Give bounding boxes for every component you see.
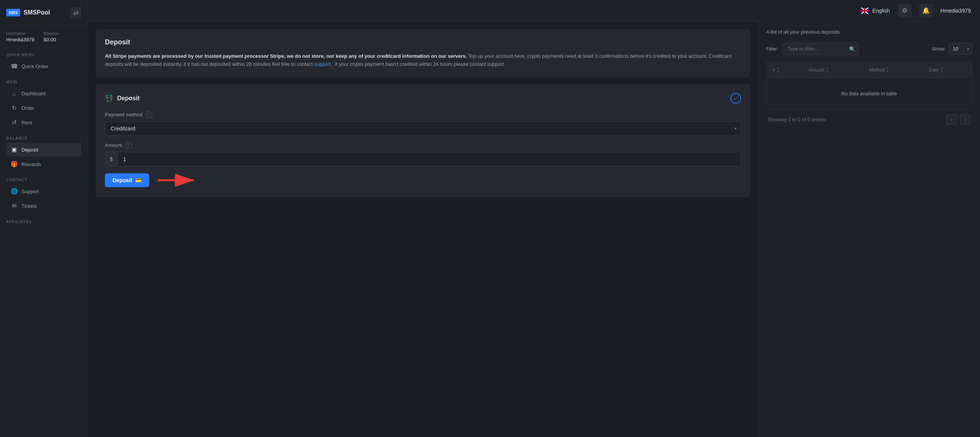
balance-field: Balance $0.00	[44, 31, 59, 42]
deposit-button[interactable]: Deposit 💳	[105, 173, 149, 187]
support-link[interactable]: support	[314, 61, 331, 67]
globe-icon: 🌐	[11, 188, 18, 195]
money-icon: 💱	[105, 94, 113, 103]
table-footer: Showing 0 to 0 of 0 entries ‹ ›	[766, 114, 972, 125]
amount-input[interactable]	[118, 152, 741, 166]
deposit-form-title: 💱 Deposit	[105, 94, 140, 103]
no-data-cell: No data available in table	[766, 78, 972, 109]
gear-icon: ⚙	[902, 7, 907, 14]
order-icon: ↻	[11, 104, 18, 111]
deposit-info-card: Deposit All Stripe payments are processe…	[96, 29, 750, 78]
table-pagination: ‹ ›	[946, 114, 971, 125]
deposit-form-header: 💱 Deposit ✓	[105, 93, 741, 104]
filter-input[interactable]	[782, 42, 859, 55]
sidebar-item-tickets[interactable]: ✉ Tickets	[6, 199, 82, 213]
phone-icon: ☎	[11, 63, 18, 70]
user-menu[interactable]: Hmedia3979	[941, 8, 971, 14]
check-circle-icon: ✓	[730, 93, 741, 104]
pagination-next-button[interactable]: ›	[960, 114, 971, 125]
table-head: # ▲▼ Amount ▲▼	[766, 62, 972, 78]
quick-menu-section: QUICK MENU ☎ Quick Order	[0, 48, 88, 75]
amount-label: Amount	[105, 142, 122, 148]
sidebar: SMS SMSPool ⇄ Username Hmedia3979 Balanc…	[0, 0, 88, 437]
sidebar-item-rewards[interactable]: 🎁 Rewards	[6, 157, 82, 171]
th-number[interactable]: # ▲▼	[766, 62, 802, 78]
pagination-prev-button[interactable]: ‹	[946, 114, 957, 125]
affiliates-label: AFFILIATES	[6, 220, 82, 224]
show-label: Show:	[932, 46, 946, 52]
deposit-warning-bold: All Stripe payments are processed by our…	[105, 53, 467, 59]
sidebar-item-dashboard[interactable]: ⌂ Dashboard	[6, 86, 82, 100]
filter-row: Filter: 🔍 Show: 10 25 50 100 ▾	[766, 42, 972, 55]
sidebar-item-quick-order[interactable]: ☎ Quick Order	[6, 59, 82, 73]
dashboard-label: Dashboard	[21, 91, 46, 96]
sidebar-item-deposit[interactable]: ▣ Deposit	[6, 143, 82, 157]
content-area: Deposit All Stripe payments are processe…	[88, 21, 980, 437]
gift-icon: 🎁	[11, 161, 18, 168]
th-method[interactable]: Method ▲▼	[863, 62, 923, 78]
mail-icon: ✉	[11, 202, 18, 209]
rewards-label: Rewards	[21, 161, 41, 167]
sidebar-item-rent[interactable]: ↺ Rent	[6, 116, 82, 129]
contact-label: CONTACT	[6, 178, 82, 182]
logo-badge: SMS	[6, 9, 20, 16]
table-showing-text: Showing 0 to 0 of 0 entries	[768, 117, 826, 122]
amount-help-icon[interactable]: ?	[125, 142, 132, 149]
sort-arrows-number: ▲▼	[777, 66, 780, 73]
right-panel: A list of all your previous deposits. Fi…	[758, 21, 980, 437]
th-method-label: Method	[869, 67, 884, 73]
tickets-label: Tickets	[21, 203, 37, 209]
logo: SMS SMSPool	[6, 9, 50, 16]
sidebar-toggle-button[interactable]: ⇄	[70, 7, 82, 18]
show-select-group: Show: 10 25 50 100 ▾	[932, 43, 972, 55]
sidebar-item-order[interactable]: ↻ Order	[6, 101, 82, 115]
notifications-button[interactable]: 🔔	[919, 4, 933, 18]
username-field: Username Hmedia3979	[6, 31, 34, 42]
balance-label: Balance	[44, 31, 59, 36]
filter-label: Filter:	[766, 46, 779, 52]
balance-section-label: BALANCE	[6, 136, 82, 140]
left-panel: Deposit All Stripe payments are processe…	[88, 21, 758, 437]
amount-input-wrapper: $	[105, 152, 741, 166]
quick-order-label: Quick Order	[21, 64, 48, 69]
support-label: Support	[21, 189, 39, 194]
main-label: MAIN	[6, 80, 82, 84]
show-entries-select[interactable]: 10 25 50 100	[949, 43, 972, 55]
quick-menu-label: QUICK MENU	[6, 53, 82, 57]
sidebar-header: SMS SMSPool ⇄	[0, 0, 88, 26]
red-arrow-annotation	[154, 173, 200, 188]
logo-text: SMSPool	[23, 9, 50, 16]
deposit-form-title-text: Deposit	[117, 95, 140, 102]
th-amount-label: Amount	[808, 67, 824, 73]
deposit-icon: ▣	[11, 146, 18, 153]
sidebar-item-support[interactable]: 🌐 Support	[6, 184, 82, 198]
deposit-btn-label: Deposit	[113, 177, 132, 183]
payment-method-select[interactable]: Creditcard Bitcoin Ethereum Litecoin	[105, 121, 741, 136]
credit-card-icon: 💳	[135, 177, 142, 183]
payment-help-icon[interactable]: ?	[145, 111, 152, 118]
language-label: English	[872, 8, 890, 14]
uk-flag-icon	[860, 8, 869, 14]
th-amount[interactable]: Amount ▲▼	[802, 62, 863, 78]
contact-section: CONTACT 🌐 Support ✉ Tickets	[0, 173, 88, 215]
table-empty-row: No data available in table	[766, 78, 972, 109]
filter-input-wrapper: 🔍	[782, 42, 859, 55]
deposit-nav-label: Deposit	[21, 147, 38, 153]
deposit-info-title: Deposit	[105, 38, 741, 46]
username-label: Username	[6, 31, 34, 36]
table-body: No data available in table	[766, 78, 972, 109]
home-icon: ⌂	[11, 90, 18, 97]
order-label: Order	[21, 105, 34, 111]
sort-arrows-amount: ▲▼	[826, 66, 829, 73]
table-header-row: # ▲▼ Amount ▲▼	[766, 62, 972, 78]
th-date[interactable]: Date ▲▼	[923, 62, 972, 78]
language-selector[interactable]: English	[860, 8, 890, 14]
th-date-label: Date	[929, 67, 938, 73]
deposit-form-card: 💱 Deposit ✓ Payment method ? Creditcard …	[96, 84, 750, 197]
deposit-warning: All Stripe payments are processed by our…	[105, 52, 741, 68]
settings-button[interactable]: ⚙	[898, 4, 911, 18]
deposit-action-area: Deposit 💳	[105, 173, 200, 188]
deposits-table: # ▲▼ Amount ▲▼	[766, 62, 972, 109]
payment-method-select-wrapper: Creditcard Bitcoin Ethereum Litecoin ▾	[105, 121, 741, 136]
filter-left: Filter: 🔍	[766, 42, 859, 55]
